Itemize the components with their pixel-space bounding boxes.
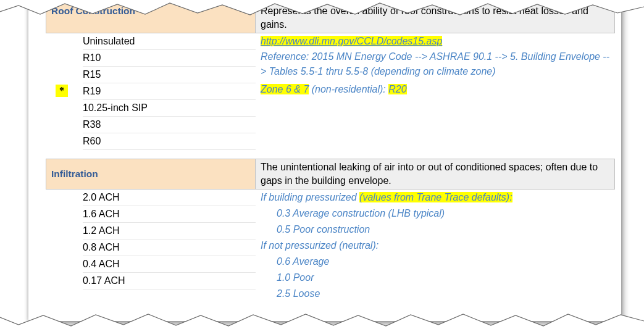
roof-option: R60 bbox=[83, 133, 256, 150]
roof-body: Uninsulated R10 R15 * R19 10.25-inch SIP… bbox=[46, 33, 615, 150]
roof-note-zone-prefix: Zone 6 & 7 bbox=[261, 84, 309, 94]
roof-option: R10 bbox=[83, 50, 256, 67]
infiltration-section-title: Infiltration bbox=[46, 159, 256, 189]
infiltration-options: 2.0 ACH 1.6 ACH 1.2 ACH 0.8 ACH 0.4 ACH … bbox=[46, 189, 256, 302]
document-sheet: Roof Construction Represents the overall… bbox=[28, 0, 621, 321]
roof-note-reference: Reference: 2015 MN Energy Code --> ASHRA… bbox=[261, 49, 610, 79]
roof-section-header: Roof Construction Represents the overall… bbox=[46, 2, 615, 33]
roof-note-link[interactable]: http://www.dli.mn.gov/CCLD/codes15.asp bbox=[261, 36, 442, 46]
infiltration-notes: If building pressurized (values from Tra… bbox=[256, 189, 615, 302]
roof-section-title: Roof Construction bbox=[46, 2, 256, 33]
infiltration-note-poor2: 1.0 Poor bbox=[261, 270, 610, 286]
infiltration-option: 0.8 ACH bbox=[83, 239, 256, 256]
infiltration-section-header: Infiltration The unintentional leaking o… bbox=[46, 159, 615, 189]
roof-section-description: Represents the overall ability of roof c… bbox=[256, 2, 615, 33]
infiltration-option: 1.2 ACH bbox=[83, 223, 256, 239]
infiltration-note-line1a: If building pressurized bbox=[261, 192, 359, 202]
roof-options: Uninsulated R10 R15 * R19 10.25-inch SIP… bbox=[46, 33, 256, 150]
page: Roof Construction Represents the overall… bbox=[0, 0, 644, 329]
infiltration-note-loose: 2.5 Loose bbox=[261, 286, 610, 302]
infiltration-note-pressurized: If building pressurized (values from Tra… bbox=[261, 189, 610, 206]
infiltration-section-description: The unintentional leaking of air into or… bbox=[256, 159, 615, 189]
infiltration-note-poor: 0.5 Poor construction bbox=[261, 222, 610, 238]
infiltration-body: 2.0 ACH 1.6 ACH 1.2 ACH 0.8 ACH 0.4 ACH … bbox=[46, 189, 615, 302]
roof-option-label: R19 bbox=[83, 86, 101, 96]
roof-option: 10.25-inch SIP bbox=[83, 100, 256, 117]
roof-option: Uninsulated bbox=[83, 33, 256, 50]
roof-note-link-line: http://www.dli.mn.gov/CCLD/codes15.asp bbox=[261, 33, 610, 49]
infiltration-note-avg: 0.3 Average construction (LHB typical) bbox=[261, 206, 610, 222]
roof-note-zone-mid: (non-residential): bbox=[309, 84, 388, 94]
infiltration-note-avg2: 0.6 Average bbox=[261, 254, 610, 270]
roof-note-zone: Zone 6 & 7 (non-residential): R20 bbox=[261, 81, 610, 98]
selected-marker-icon: * bbox=[56, 85, 68, 97]
spacer bbox=[46, 150, 615, 159]
infiltration-option: 0.4 ACH bbox=[83, 256, 256, 273]
roof-option: R38 bbox=[83, 117, 256, 133]
roof-note-zone-suffix: R20 bbox=[388, 84, 406, 94]
roof-option-selected: * R19 bbox=[83, 83, 256, 100]
infiltration-option: 2.0 ACH bbox=[83, 189, 256, 206]
infiltration-option: 0.17 ACH bbox=[83, 273, 256, 289]
roof-option: R15 bbox=[83, 67, 256, 83]
content: Roof Construction Represents the overall… bbox=[46, 2, 615, 312]
roof-notes: http://www.dli.mn.gov/CCLD/codes15.asp R… bbox=[256, 33, 615, 150]
infiltration-option: 1.6 ACH bbox=[83, 206, 256, 223]
infiltration-note-line1b: (values from Trane Trace defaults): bbox=[359, 192, 512, 202]
infiltration-note-neutral: If not pressurized (neutral): bbox=[261, 238, 610, 254]
